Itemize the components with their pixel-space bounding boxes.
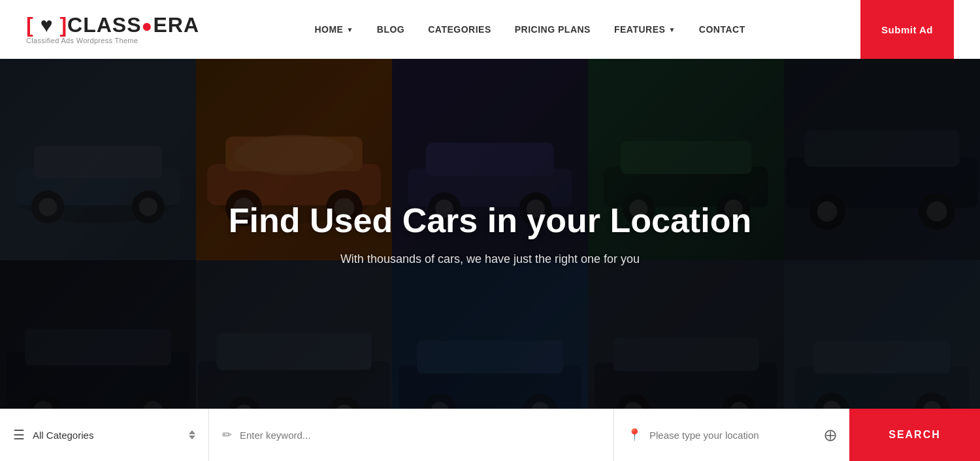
nav-home[interactable]: HOME ▼ [314, 24, 353, 35]
categories-label: All Categories [33, 430, 181, 441]
arrow-up-icon [189, 430, 195, 434]
submit-ad-button[interactable]: Submit Ad [860, 0, 954, 59]
hero-section: Find Used Cars in your Location With tho… [0, 59, 980, 461]
sort-arrows-icon [189, 430, 195, 439]
chevron-down-icon: ▼ [346, 26, 353, 33]
search-bar: ☰ All Categories ✏ 📍 ⨁ SEARCH [0, 409, 980, 461]
nav-features[interactable]: FEATURES ▼ [614, 24, 676, 35]
categories-dropdown[interactable]: ☰ All Categories [0, 409, 209, 461]
chevron-down-icon: ▼ [668, 26, 675, 33]
hero-title: Find Used Cars in your Location [229, 201, 751, 241]
search-button[interactable]: SEARCH [849, 409, 980, 461]
header: [ ♥ ]CLASS●ERA Classified Ads Wordpress … [0, 0, 980, 59]
location-pin-icon: 📍 [627, 428, 642, 442]
nav-categories[interactable]: CATEGORIES [428, 24, 491, 35]
main-nav: HOME ▼ BLOG CATEGORIES PRICING PLANS FEA… [314, 24, 745, 35]
menu-icon: ☰ [13, 428, 25, 441]
nav-pricing[interactable]: PRICING PLANS [515, 24, 591, 35]
arrow-down-icon [189, 435, 195, 439]
hero-subtitle: With thousands of cars, we have just the… [340, 252, 640, 266]
keyword-field-wrap: ✏ [209, 409, 614, 461]
logo-tagline: Classified Ads Wordpress Theme [26, 37, 199, 44]
logo[interactable]: [ ♥ ]CLASS●ERA Classified Ads Wordpress … [26, 14, 199, 44]
nav-blog[interactable]: BLOG [377, 24, 404, 35]
location-field-wrap: 📍 ⨁ [614, 409, 849, 461]
location-input[interactable] [649, 430, 817, 441]
keyword-input[interactable] [240, 430, 600, 441]
gps-icon[interactable]: ⨁ [825, 428, 836, 442]
logo-text: [ ♥ ]CLASS●ERA [26, 14, 199, 35]
hero-content: Find Used Cars in your Location With tho… [0, 59, 980, 461]
edit-icon: ✏ [222, 428, 232, 442]
nav-contact[interactable]: CONTACT [699, 24, 745, 35]
